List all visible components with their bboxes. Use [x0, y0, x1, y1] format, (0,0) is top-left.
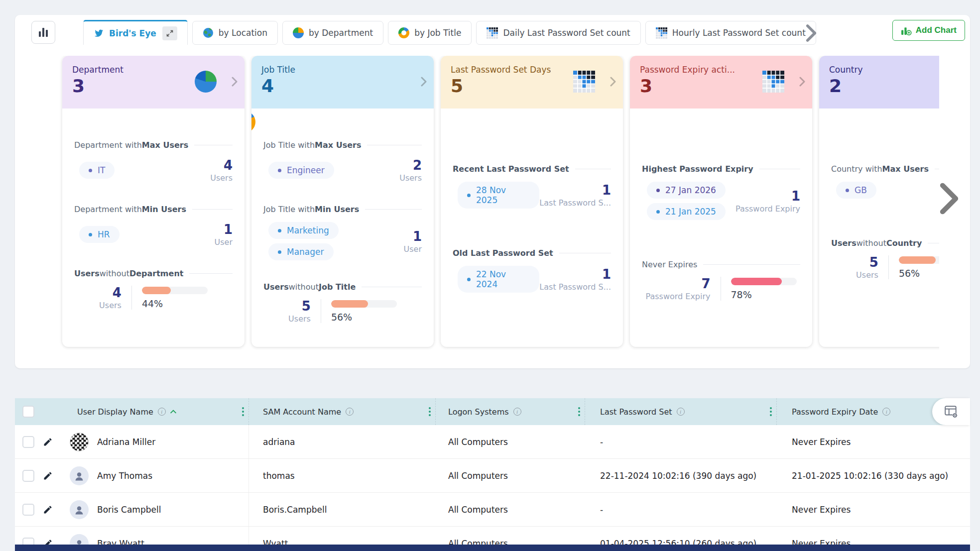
person-icon [73, 470, 85, 481]
pie-chart-icon [195, 71, 217, 93]
summary-card-last-password-set-days[interactable]: Last Password Set Days 5 Recent Last Pas… [441, 56, 623, 347]
tab-birds-eye[interactable]: Bird's Eye [83, 20, 188, 45]
footer-bar [15, 545, 970, 551]
pencil-icon [43, 471, 53, 481]
add-chart-button[interactable]: Add Chart [892, 20, 965, 41]
date-pill[interactable]: 21 Jan 2025 [647, 203, 726, 220]
tabs-scroll-next-button[interactable] [806, 24, 817, 44]
column-header-last-password-set[interactable]: Last Password Set [585, 398, 777, 425]
category-pill[interactable]: Engineer [268, 162, 334, 179]
dot-icon [89, 169, 92, 172]
tab-daily-last-password-set-count[interactable]: Daily Last Password Set count [476, 21, 640, 45]
column-header-sam-account-name[interactable]: SAM Account Name [249, 398, 436, 425]
last-password-set: 22-11-2024 10:02:16 (390 days ago) [585, 471, 777, 481]
info-icon[interactable] [677, 408, 685, 416]
logon-systems: All Computers [436, 437, 585, 447]
chart-tabbar: Bird's Eye by Location b [15, 15, 970, 45]
progress-block: 56% [331, 300, 397, 323]
category-pill[interactable]: Manager [268, 243, 334, 260]
chart-list-button[interactable] [31, 21, 55, 44]
stat-section: Country with Max Users GB [831, 164, 939, 199]
pencil-icon [43, 437, 53, 447]
cards-carousel: Department 3 Department with Max Users I… [15, 56, 939, 359]
progress-bar [899, 256, 939, 264]
table-row[interactable]: Adriana Miller adriana All Computers - N… [15, 425, 970, 459]
select-all-checkbox[interactable] [22, 406, 34, 418]
percent-label: 44% [142, 298, 208, 309]
chart-tabs: Bird's Eye by Location b [83, 20, 816, 45]
pie-chart-icon [293, 27, 304, 38]
bird-icon [94, 28, 104, 38]
table-row[interactable]: Amy Thomas thomas All Computers 22-11-20… [15, 459, 970, 493]
user-display-name: Boris Campbell [97, 505, 161, 515]
tab-label: by Location [219, 28, 267, 38]
card-header: Password Expiry acti... 3 [630, 56, 812, 109]
date-pill[interactable]: 22 Nov 2024 [458, 266, 539, 293]
sort-asc-icon[interactable] [170, 410, 176, 414]
column-menu-icon[interactable] [242, 407, 244, 416]
dot-icon [656, 189, 660, 192]
expand-icon[interactable] [162, 26, 177, 40]
sam-account-name: adriana [249, 437, 436, 447]
column-header-logon-systems[interactable]: Logon Systems [436, 398, 585, 425]
column-menu-icon[interactable] [770, 407, 772, 416]
password-expiry-date: Never Expires [777, 505, 970, 515]
edit-user-button[interactable] [43, 437, 53, 447]
cards-next-button[interactable] [939, 182, 959, 217]
column-header-user-display-name[interactable]: User Display Name [59, 398, 249, 425]
avatar [70, 433, 89, 451]
tab-label: Hourly Last Password Set count [672, 28, 806, 38]
tab-by-location[interactable]: by Location [192, 21, 278, 45]
tab-by-department[interactable]: by Department [282, 21, 383, 45]
column-menu-icon[interactable] [429, 407, 431, 416]
dot-icon [278, 169, 281, 172]
row-checkbox[interactable] [22, 504, 34, 516]
date-pill[interactable]: 28 Nov 2025 [458, 182, 539, 209]
stat-section: Job Title with Max Users Engineer 2Users [263, 140, 422, 183]
row-checkbox[interactable] [22, 436, 34, 448]
category-pill[interactable]: IT [79, 162, 115, 179]
column-menu-icon[interactable] [578, 407, 580, 416]
summary-card-password-expiry[interactable]: Password Expiry acti... 3 Highest Passwo… [630, 56, 812, 347]
category-pill[interactable]: Marketing [268, 222, 339, 239]
summary-card-job-title[interactable]: Job Title 4 Job Title with Max Users Eng… [251, 56, 434, 347]
summary-card-country[interactable]: Country 2 Country with Max Users GB User [819, 56, 939, 347]
stat-section: Recent Last Password Set 28 Nov 2025 1La… [453, 164, 611, 209]
table-settings-icon [944, 405, 958, 418]
info-icon[interactable] [158, 408, 166, 416]
pencil-icon [43, 505, 53, 515]
sam-account-name: thomas [249, 471, 436, 481]
avatar [70, 500, 89, 519]
summary-card-department[interactable]: Department 3 Department with Max Users I… [62, 56, 245, 347]
tab-hourly-last-password-set-count[interactable]: Hourly Last Password Set count [645, 21, 816, 45]
chevron-right-icon [799, 77, 805, 87]
category-pill[interactable]: GB [836, 182, 876, 199]
heatmap-icon [656, 27, 667, 39]
charts-panel: Bird's Eye by Location b [15, 15, 970, 368]
info-icon[interactable] [513, 408, 521, 416]
edit-user-button[interactable] [43, 505, 53, 515]
info-icon[interactable] [346, 408, 354, 416]
add-chart-label: Add Chart [916, 25, 957, 35]
sam-account-name: Boris.Campbell [249, 505, 436, 515]
section-label: Department with [74, 140, 142, 150]
heatmap-icon [573, 71, 595, 93]
tab-by-job-title[interactable]: by Job Title [388, 21, 472, 45]
progress-block: 78% [731, 278, 797, 300]
info-icon[interactable] [882, 408, 890, 416]
users-table: User Display Name SAM Account Name Logon… [15, 398, 970, 551]
logon-systems: All Computers [436, 471, 585, 481]
row-checkbox[interactable] [22, 470, 34, 482]
stat-section: Never Expires 7Password Expiry 78% [642, 260, 800, 301]
category-pill[interactable]: HR [79, 226, 120, 243]
table-row[interactable]: Boris Campbell Boris.Campbell All Comput… [15, 493, 970, 527]
user-display-name: Amy Thomas [97, 471, 152, 481]
stat-value: 4 [210, 158, 233, 173]
edit-user-button[interactable] [43, 471, 53, 481]
dot-icon [278, 250, 281, 254]
chevron-right-icon [939, 182, 959, 215]
column-settings-button[interactable] [932, 398, 970, 425]
progress-block: 44% [142, 287, 208, 309]
date-pill[interactable]: 27 Jan 2026 [647, 182, 726, 199]
tab-label: Bird's Eye [109, 28, 156, 38]
